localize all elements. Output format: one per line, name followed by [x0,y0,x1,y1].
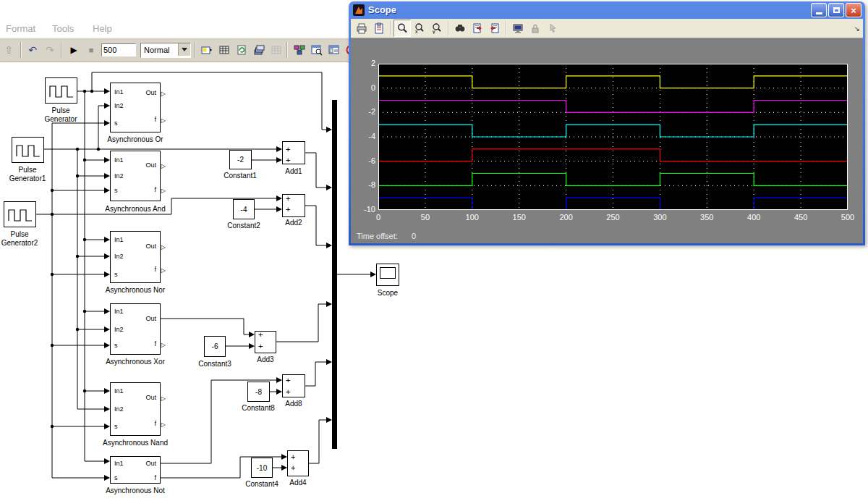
find-window-icon[interactable] [308,41,326,59]
floating-scope-icon[interactable] [509,20,527,37]
unconnected-port-icon: ▷ [161,268,166,274]
block-add8[interactable]: ++ [282,374,305,397]
minimize-button[interactable] [811,3,827,17]
block-label-xor: Asynchronous Xor [106,358,165,366]
menu-tools[interactable]: Tools [52,23,74,34]
model-browser-icon[interactable] [326,41,343,59]
port-label-out: Out [145,89,156,96]
block-nor[interactable]: In1In2sOut▷f▷ [110,231,161,283]
plus-sign: + [286,388,290,396]
block-pulse2[interactable] [4,201,36,227]
block-label-pulse1: Pulse [18,166,36,174]
restore-saved-axes-icon[interactable] [486,20,503,37]
port-label-out: Out [145,243,156,250]
library-browser-icon[interactable] [291,41,308,59]
lock-axes-icon[interactable] [527,20,544,37]
port-label-f: f [154,186,156,193]
block-add4[interactable]: ++ [287,450,309,476]
toolbar-overflow-icon[interactable]: ↘ [854,25,860,33]
port-label-out: Out [145,161,156,169]
autoscale-icon[interactable] [451,20,469,37]
block-pulse0[interactable] [45,77,77,104]
port-label-out: Out [145,315,156,322]
layers-icon[interactable] [250,41,268,59]
plus-sign: + [286,146,290,153]
block-c4[interactable]: -10 [251,458,273,478]
refresh-page-icon[interactable] [233,41,250,59]
stop-time-input[interactable] [101,43,136,56]
port-label-s: s [114,119,118,127]
block-c2[interactable]: -4 [233,199,255,219]
parameters-icon[interactable] [370,20,388,37]
block-nand[interactable]: In1In2sOut▷f▷ [110,382,161,436]
chevron-down-icon[interactable] [178,43,190,56]
grid-disabled-icon[interactable] [268,41,285,59]
block-label-nor: Asynchronous Nor [106,286,165,294]
block-label-pulse2: Generator2 [1,239,38,247]
mux-block[interactable] [332,100,337,449]
block-add1[interactable]: ++ [282,141,305,164]
pulse-wave-icon [12,138,43,162]
port-label-out: Out [145,394,156,401]
save-current-axes-icon[interactable] [469,20,486,37]
y-tick-label: -8 [352,180,375,189]
scope-window[interactable]: Scope × x y [349,1,865,245]
port-label-in1: In1 [114,308,124,315]
scope-plot[interactable] [378,64,848,210]
play-icon[interactable]: ▶ [65,41,82,59]
simulink-menubar: Format Tools Help [0,19,350,38]
block-label-pulse0: Pulse [51,106,69,114]
build-grid-icon[interactable] [216,41,233,59]
unconnected-port-icon: ▷ [161,422,166,428]
sim-mode-select[interactable]: Normal [140,43,191,58]
zoom-y-icon[interactable]: y [428,20,446,37]
x-tick-label: 100 [466,213,479,222]
block-scope[interactable] [376,264,399,286]
menu-help[interactable]: Help [93,23,112,34]
redo-icon[interactable]: ↷ [41,41,59,59]
svg-text:x: x [415,29,418,34]
print-icon[interactable] [353,20,370,37]
block-and[interactable]: In1In2sOut▷f▷ [110,151,161,201]
x-tick-label: 150 [513,213,526,222]
scope-screen-icon [380,267,396,279]
block-c1[interactable]: -2 [229,150,252,169]
block-not[interactable]: In1sOutf [110,456,161,484]
y-tick-label: -2 [352,107,375,116]
block-xor[interactable]: In1In2sOutf▷ [110,303,161,355]
maximize-button[interactable] [828,3,844,17]
zoom-x-icon[interactable]: x [411,20,428,37]
block-label-not: Asynchronous Not [106,487,165,494]
unconnected-port-icon: ▷ [161,188,166,194]
pulse-wave-icon [4,202,35,227]
plus-sign: + [291,464,295,472]
unconnected-port-icon: ▷ [161,118,166,124]
block-label-add2: Add2 [285,219,302,227]
scope-titlebar[interactable]: Scope × [351,1,863,19]
unconnected-port-icon: ▷ [161,164,166,169]
block-add2[interactable]: ++ [282,194,305,217]
nav-up-icon[interactable]: ⇧ [0,41,17,59]
constant-value: -10 [252,458,272,477]
block-c8[interactable]: -8 [247,382,270,402]
close-button[interactable]: × [846,3,861,17]
signal-selection-icon[interactable] [544,20,561,37]
y-tick-label: 2 [352,59,375,67]
block-label-pulse2: Pulse [10,230,28,238]
block-pulse1[interactable] [12,137,44,163]
port-label-s: s [114,474,118,481]
scope-connect-icon[interactable] [198,41,216,59]
plus-sign: + [286,195,290,203]
block-label-c8: Constant8 [242,404,275,412]
block-c3[interactable]: -6 [204,336,226,357]
block-or[interactable]: In1In2sOut▷f▷ [110,83,161,132]
port-label-in2: In2 [114,253,124,260]
undo-icon[interactable]: ↶ [24,41,41,59]
stop-icon[interactable]: ■ [82,41,100,59]
x-tick-label: 50 [421,213,430,222]
block-label-scope: Scope [378,289,398,297]
port-label-f: f [154,116,156,123]
zoom-icon[interactable] [393,20,411,37]
menu-format[interactable]: Format [6,23,35,34]
block-add3[interactable]: ++ [255,331,276,353]
